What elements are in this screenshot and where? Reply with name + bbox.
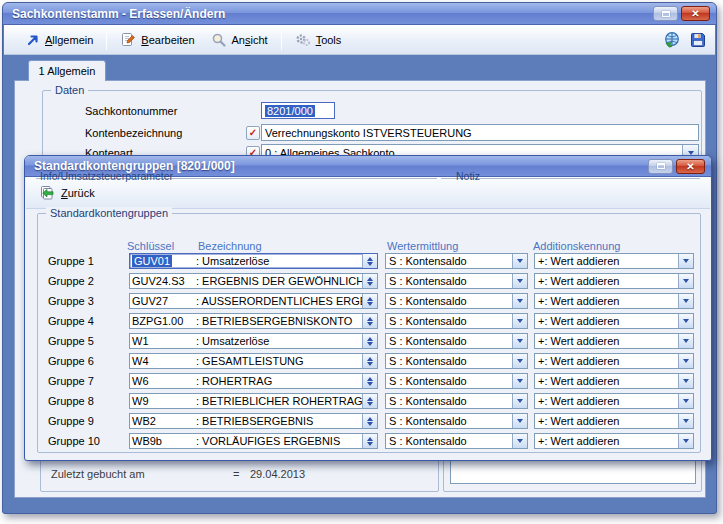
restore-button[interactable] <box>653 6 678 21</box>
zurueck-button[interactable]: Zurück <box>34 181 104 205</box>
dropdown-arrow-icon[interactable] <box>512 314 527 328</box>
wertermittlung-select[interactable]: S : Kontensaldo <box>385 433 528 449</box>
screen: Sachkontenstamm - Erfassen/Ändern Allgem… <box>0 0 723 524</box>
arrow-up-right-icon <box>26 33 40 47</box>
dropdown-arrow-icon[interactable] <box>678 354 693 368</box>
group-key-input[interactable]: BZPG1.00 <box>130 314 196 328</box>
dropdown-arrow-icon[interactable] <box>678 414 693 428</box>
wertermittlung-select[interactable]: S : Kontensaldo <box>385 393 528 409</box>
group-description: : ROHERTRAG <box>196 374 362 388</box>
group-label: Gruppe 7 <box>48 375 118 387</box>
wertermittlung-select[interactable]: S : Kontensaldo <box>385 293 528 309</box>
spinner-button[interactable] <box>362 314 377 328</box>
group-field[interactable]: W9 : BETRIEBLICHER ROHERTRAG <box>129 393 378 409</box>
send-globe-icon[interactable] <box>663 31 681 49</box>
group-description: : BETRIEBSERGEBNISKONTO <box>196 314 362 328</box>
dropdown-arrow-icon[interactable] <box>512 274 527 288</box>
sachkontonummer-input[interactable]: 8201/000 <box>261 102 335 119</box>
window-title-bar[interactable]: Sachkontenstamm - Erfassen/Ändern <box>3 3 716 25</box>
dropdown-arrow-icon[interactable] <box>678 254 693 268</box>
group-field[interactable]: BZPG1.00 : BETRIEBSERGEBNISKONTO <box>129 313 378 329</box>
additionskennung-select[interactable]: +: Wert addieren <box>534 293 694 309</box>
edit-icon <box>120 32 136 48</box>
menu-bearbeiten[interactable]: Bearbeiten <box>112 28 202 52</box>
additionskennung-select[interactable]: +: Wert addieren <box>534 413 694 429</box>
spinner-button[interactable] <box>362 394 377 408</box>
group-key-input[interactable]: W6 <box>130 374 196 388</box>
dropdown-arrow-icon[interactable] <box>512 294 527 308</box>
menu-allgemein[interactable]: Allgemein <box>18 29 101 51</box>
dropdown-arrow-icon[interactable] <box>512 414 527 428</box>
tab-allgemein[interactable]: 1 Allgemein <box>28 60 106 81</box>
spinner-up-icon <box>367 357 373 361</box>
additionskennung-select[interactable]: +: Wert addieren <box>534 373 694 389</box>
additionskennung-select[interactable]: +: Wert addieren <box>534 433 694 449</box>
group-key-input[interactable]: W9 <box>130 394 196 408</box>
group-label: Gruppe 4 <box>48 315 118 327</box>
additionskennung-select[interactable]: +: Wert addieren <box>534 313 694 329</box>
dropdown-arrow-icon[interactable] <box>678 394 693 408</box>
additionskennung-select[interactable]: +: Wert addieren <box>534 253 694 269</box>
group-label: Gruppe 1 <box>48 255 118 267</box>
dropdown-arrow-icon[interactable] <box>678 274 693 288</box>
wertermittlung-select[interactable]: S : Kontensaldo <box>385 373 528 389</box>
dialog-close-button[interactable] <box>676 159 705 174</box>
wertermittlung-select[interactable]: S : Kontensaldo <box>385 313 528 329</box>
dropdown-arrow-icon[interactable] <box>512 434 527 448</box>
additionskennung-select[interactable]: +: Wert addieren <box>534 353 694 369</box>
wertermittlung-select[interactable]: S : Kontensaldo <box>385 353 528 369</box>
dropdown-arrow-icon[interactable] <box>512 254 527 268</box>
group-field[interactable]: WB9b : VORLÄUFIGES ERGEBNIS <box>129 433 378 449</box>
save-icon[interactable] <box>689 31 707 49</box>
sachkontonummer-value: 8201/000 <box>265 105 315 117</box>
dropdown-arrow-icon[interactable] <box>512 374 527 388</box>
group-key-input[interactable]: W4 <box>130 354 196 368</box>
additionskennung-select[interactable]: +: Wert addieren <box>534 393 694 409</box>
group-rows: Gruppe 1 GUV01 : Umsatzerlöse S : Konten… <box>38 253 700 453</box>
group-field[interactable]: W6 : ROHERTRAG <box>129 373 378 389</box>
group-key-input[interactable]: WB2 <box>130 414 196 428</box>
dialog-restore-button[interactable] <box>648 159 673 174</box>
group-key-input[interactable]: GUV01 <box>130 254 196 268</box>
wertermittlung-select[interactable]: S : Kontensaldo <box>385 273 528 289</box>
dropdown-arrow-icon[interactable] <box>678 334 693 348</box>
close-button[interactable] <box>681 6 710 21</box>
group-description: : Umsatzerlöse <box>196 254 362 268</box>
menu-ansicht[interactable]: Ansicht <box>203 28 276 52</box>
group-field[interactable]: GUV01 : Umsatzerlöse <box>129 253 378 269</box>
dropdown-arrow-icon[interactable] <box>678 374 693 388</box>
group-field[interactable]: WB2 : BETRIEBSERGEBNIS <box>129 413 378 429</box>
spinner-button[interactable] <box>362 434 377 448</box>
wertermittlung-select[interactable]: S : Kontensaldo <box>385 413 528 429</box>
group-key-input[interactable]: W1 <box>130 334 196 348</box>
spinner-button[interactable] <box>362 374 377 388</box>
spinner-button[interactable] <box>362 334 377 348</box>
spinner-button[interactable] <box>362 274 377 288</box>
dropdown-arrow-icon[interactable] <box>512 394 527 408</box>
additionskennung-select[interactable]: +: Wert addieren <box>534 273 694 289</box>
group-key-input[interactable]: GUV27 <box>130 294 196 308</box>
spinner-button[interactable] <box>362 354 377 368</box>
dropdown-arrow-icon[interactable] <box>678 434 693 448</box>
spinner-button[interactable] <box>362 254 377 268</box>
dropdown-arrow-icon[interactable] <box>678 314 693 328</box>
group-key-input[interactable]: WB9b <box>130 434 196 448</box>
spinner-button[interactable] <box>362 294 377 308</box>
kontenbezeichnung-input[interactable]: Verrechnungskonto ISTVERSTEUERUNG <box>261 124 699 141</box>
dropdown-arrow-icon[interactable] <box>512 354 527 368</box>
group-description: : GESAMTLEISTUNG <box>196 354 362 368</box>
table-row: Gruppe 8 W9 : BETRIEBLICHER ROHERTRAG S … <box>38 393 700 409</box>
wertermittlung-select[interactable]: S : Kontensaldo <box>385 253 528 269</box>
group-field[interactable]: GUV24.S3 : ERGEBNIS DER GEWÖHNLICHEN GES <box>129 273 378 289</box>
dropdown-arrow-icon[interactable] <box>678 294 693 308</box>
group-key-input[interactable]: GUV24.S3 <box>130 274 196 288</box>
wertermittlung-select[interactable]: S : Kontensaldo <box>385 333 528 349</box>
group-field[interactable]: GUV27 : AUSSERORDENTLICHES ERGEBNIS <box>129 293 378 309</box>
spinner-button[interactable] <box>362 414 377 428</box>
dropdown-arrow-icon[interactable] <box>512 334 527 348</box>
kontenbezeichnung-check-button[interactable] <box>246 126 260 140</box>
menu-tools[interactable]: Tools <box>287 28 350 52</box>
group-field[interactable]: W1 : Umsatzerlöse <box>129 333 378 349</box>
additionskennung-select[interactable]: +: Wert addieren <box>534 333 694 349</box>
group-field[interactable]: W4 : GESAMTLEISTUNG <box>129 353 378 369</box>
